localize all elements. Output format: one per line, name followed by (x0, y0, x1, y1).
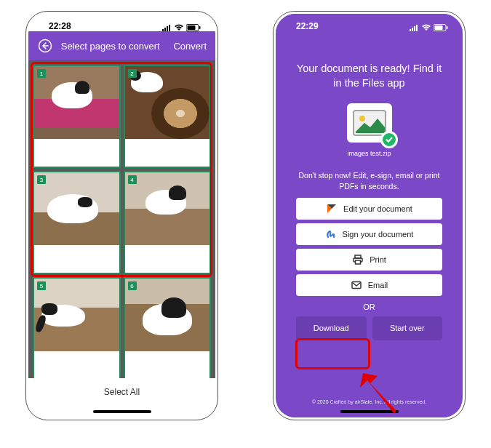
svg-rect-1 (164, 28, 166, 31)
ready-panel: Your document is ready! Find it in the F… (276, 31, 463, 395)
copyright-text: © 2020 Crafted by airSlate, Inc. All rig… (276, 395, 463, 406)
screen-select-pages: 22:28 Select pages to convert Convert (28, 14, 215, 417)
thumbnail-3[interactable]: 3 (33, 171, 121, 274)
status-icons (410, 24, 448, 31)
edit-icon (326, 203, 338, 215)
convert-button[interactable]: Convert (173, 41, 207, 52)
email-label: Email (368, 281, 388, 289)
svg-rect-11 (416, 25, 418, 31)
status-bar: 22:29 (276, 14, 463, 31)
page-title: Select pages to convert (47, 41, 173, 52)
svg-rect-9 (412, 28, 413, 31)
home-indicator[interactable] (28, 406, 215, 417)
sign-icon (325, 228, 337, 240)
thumb-number: 6 (128, 281, 137, 290)
home-indicator[interactable] (276, 406, 463, 417)
svg-rect-0 (162, 29, 164, 31)
output-filename: images test.zip (347, 150, 391, 157)
start-over-label: Start over (390, 324, 425, 332)
promo-subtext: Don't stop now! Edit, e-sign, email or p… (296, 170, 442, 191)
action-list: Edit your document Sign your document Pr… (296, 198, 442, 296)
phone-left: 22:28 Select pages to convert Convert (25, 11, 218, 420)
svg-rect-14 (447, 26, 448, 29)
email-icon (351, 279, 362, 291)
thumb-number: 4 (128, 175, 137, 184)
signal-icon (410, 25, 419, 31)
svg-rect-5 (188, 25, 196, 30)
start-over-button[interactable]: Start over (372, 316, 443, 340)
thumb-number: 3 (37, 175, 46, 184)
thumb-number: 5 (37, 281, 46, 290)
edit-label: Edit your document (343, 204, 412, 213)
file-ready-icon (347, 103, 392, 143)
wifi-icon (421, 24, 431, 31)
sign-label: Sign your document (343, 230, 414, 239)
thumbnail-grid: 1 2 (28, 60, 215, 378)
battery-icon (186, 24, 201, 31)
download-button[interactable]: Download (296, 316, 367, 340)
svg-rect-13 (435, 25, 443, 30)
thumbnail-1[interactable]: 1 (33, 65, 121, 168)
screen-document-ready: 22:29 Your document is ready! Find it in… (276, 14, 463, 417)
svg-rect-10 (414, 26, 415, 31)
thumbnail-5[interactable]: 5 (33, 277, 121, 378)
status-time: 22:29 (296, 21, 319, 31)
phone-right: 22:29 Your document is ready! Find it in… (273, 11, 466, 420)
svg-point-16 (359, 116, 365, 121)
bottom-actions: Download Start over (296, 316, 442, 340)
svg-rect-6 (199, 26, 201, 29)
download-label: Download (314, 324, 349, 332)
thumbnail-4[interactable]: 4 (124, 171, 212, 274)
battery-icon (434, 24, 448, 31)
status-bar: 22:28 (28, 14, 215, 31)
svg-rect-19 (356, 260, 361, 264)
nav-bar: Select pages to convert Convert (28, 31, 215, 60)
ready-title: Your document is ready! Find it in the F… (296, 62, 442, 90)
signal-icon (162, 25, 172, 31)
svg-rect-3 (169, 25, 170, 31)
edit-document-button[interactable]: Edit your document (296, 198, 442, 220)
sign-document-button[interactable]: Sign your document (296, 223, 442, 245)
thumbnail-2[interactable]: 2 (124, 65, 212, 168)
or-separator: OR (363, 303, 375, 311)
status-icons (162, 24, 201, 31)
status-time: 22:28 (49, 21, 71, 31)
print-icon (352, 254, 364, 265)
select-all-label: Select All (104, 387, 140, 397)
image-icon (353, 110, 386, 136)
wifi-icon (174, 24, 184, 31)
thumb-number: 1 (37, 69, 46, 78)
thumb-number: 2 (128, 69, 137, 78)
svg-rect-8 (410, 29, 411, 31)
print-button[interactable]: Print (296, 249, 442, 271)
checkmark-icon (380, 131, 398, 148)
email-button[interactable]: Email (296, 274, 442, 296)
thumbnail-6[interactable]: 6 (124, 277, 212, 378)
svg-rect-2 (167, 26, 168, 31)
print-label: Print (370, 255, 386, 264)
select-all-button[interactable]: Select All (28, 378, 215, 406)
